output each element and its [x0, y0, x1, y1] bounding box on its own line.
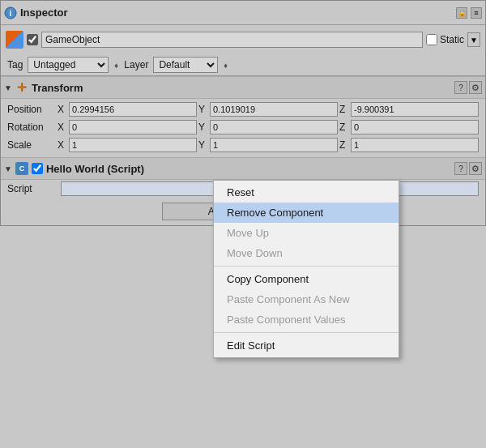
scale-z-label: Z: [339, 139, 349, 151]
position-row: Position X Y Z: [7, 100, 479, 118]
transform-title: Transform: [32, 82, 454, 94]
scale-y-input[interactable]: [210, 138, 338, 152]
rotation-row: Rotation X Y Z: [7, 118, 479, 136]
rotation-z-label: Z: [339, 122, 349, 133]
position-y-label: Y: [198, 104, 208, 115]
rotation-x-label: X: [58, 122, 67, 133]
context-menu-item-remove-component[interactable]: Remove Component: [214, 203, 399, 223]
script-help-button[interactable]: ?: [454, 162, 467, 175]
rotation-y-label: Y: [198, 122, 208, 133]
scale-x-input[interactable]: [69, 138, 197, 152]
rotation-xyz: X Y Z: [58, 120, 479, 134]
position-z-label: Z: [339, 104, 349, 115]
menu-button[interactable]: ≡: [471, 7, 482, 19]
rotation-z-input[interactable]: [351, 120, 479, 134]
static-checkbox[interactable]: [426, 34, 437, 45]
static-label: Static: [440, 34, 464, 45]
svg-text:i: i: [10, 9, 12, 18]
inspector-icon: i: [4, 6, 17, 19]
transform-icon: ✛: [15, 81, 28, 94]
rotation-label: Rotation: [7, 122, 56, 133]
context-menu-item-move-down: Move Down: [214, 243, 399, 263]
script-icon: C: [15, 162, 28, 175]
position-z-input[interactable]: [351, 102, 479, 117]
lock-button[interactable]: 🔒: [456, 7, 467, 19]
context-menu-separator-1: [214, 266, 399, 267]
context-menu-item-paste-values: Paste Component Values: [214, 309, 399, 330]
context-menu-item-copy-component[interactable]: Copy Component: [214, 269, 399, 289]
title-bar: i Inspector 🔒 ≡: [1, 1, 485, 25]
title-bar-title: Inspector: [20, 6, 68, 19]
layer-select[interactable]: Default: [153, 57, 218, 73]
position-x-label: X: [58, 104, 67, 115]
transform-gear-button[interactable]: ⚙: [469, 81, 482, 94]
gameobject-icon: [6, 31, 23, 49]
scale-row: Scale X Y Z: [7, 136, 479, 154]
title-bar-controls: 🔒 ≡: [456, 7, 482, 19]
rotation-y-input[interactable]: [210, 120, 338, 134]
scale-xyz: X Y Z: [58, 138, 479, 152]
context-menu: Reset Remove Component Move Up Move Down…: [213, 180, 399, 358]
scale-z-input[interactable]: [351, 138, 479, 152]
static-dropdown[interactable]: ▼: [467, 32, 480, 47]
script-gear-button[interactable]: ⚙: [469, 162, 482, 175]
position-label: Position: [7, 104, 56, 115]
tag-label: Tag: [7, 59, 23, 70]
gameobject-active-checkbox[interactable]: [27, 34, 38, 45]
script-field-label: Script: [7, 183, 56, 194]
tag-layer-row: Tag Untagged ⬧ Layer Default ⬧: [1, 54, 485, 75]
transform-arrow[interactable]: ▼: [4, 83, 12, 92]
position-xyz: X Y Z: [58, 102, 479, 117]
tag-select[interactable]: Untagged: [28, 57, 109, 73]
transform-help-button[interactable]: ?: [454, 81, 467, 94]
context-menu-item-edit-script[interactable]: Edit Script: [214, 335, 399, 356]
gameobject-row: Static ▼: [1, 25, 485, 54]
rotation-x-input[interactable]: [69, 120, 197, 134]
scale-y-label: Y: [198, 139, 208, 151]
script-title: Hello World (Script): [46, 163, 454, 175]
transform-body: Position X Y Z Rotation X Y Z: [1, 99, 485, 157]
context-menu-item-move-up: Move Up: [214, 223, 399, 243]
scale-label: Scale: [7, 139, 56, 151]
context-menu-separator-2: [214, 332, 399, 333]
layer-label: Layer: [124, 59, 148, 70]
script-arrow[interactable]: ▼: [4, 164, 12, 173]
context-menu-item-reset[interactable]: Reset: [214, 182, 399, 203]
script-header: ▼ C Hello World (Script) ? ⚙: [1, 157, 485, 180]
transform-header: ▼ ✛ Transform ? ⚙: [1, 76, 485, 99]
position-x-input[interactable]: [69, 102, 197, 117]
static-checkbox-wrap: Static: [426, 34, 464, 45]
context-menu-item-paste-as-new: Paste Component As New: [214, 289, 399, 309]
scale-x-label: X: [58, 139, 67, 151]
gameobject-name-input[interactable]: [41, 32, 423, 48]
script-active-checkbox[interactable]: [32, 163, 43, 174]
position-y-input[interactable]: [210, 102, 338, 117]
